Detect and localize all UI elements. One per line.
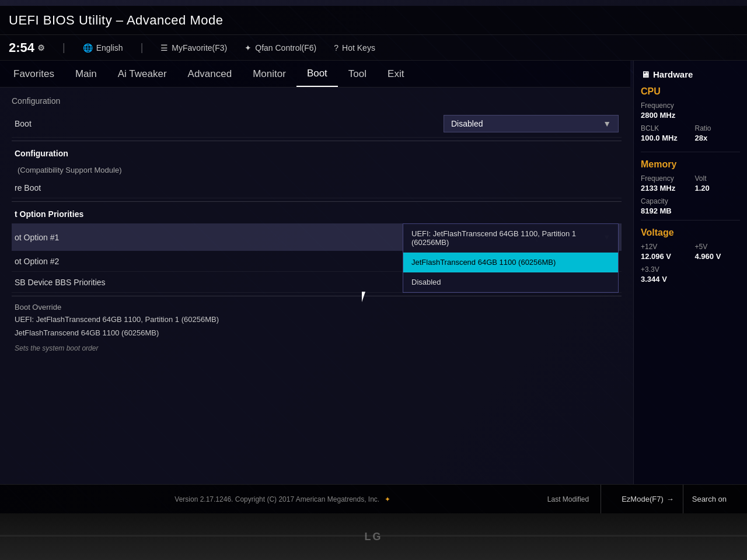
globe-icon: 🌐 — [83, 43, 93, 52]
monitor-brand: LG — [365, 531, 383, 543]
hotkeys-icon: ? — [334, 43, 338, 52]
hardware-panel: 🖥 Hardware CPU Frequency 2800 MHz BCLK 1… — [633, 61, 747, 484]
toolbar: 2:54 ⚙ | 🌐 English | ☰ MyFavorite(F3) ✦ … — [0, 35, 747, 61]
cpu-bclk-ratio-row: BCLK 100.0 MHz Ratio 28x — [641, 124, 740, 147]
cpu-ratio-label: Ratio — [695, 124, 741, 132]
version-text: Version 2.17.1246. Copyright (C) 2017 Am… — [174, 495, 379, 503]
dropdown-option-jetflash[interactable]: JetFlashTranscend 64GB 1100 (60256MB) — [403, 253, 618, 272]
cpu-section-title: CPU — [641, 86, 740, 97]
separator-2 — [12, 201, 622, 202]
mem-capacity-label: Capacity — [641, 197, 740, 205]
asus-icon: ✦ — [385, 495, 390, 503]
breadcrumb: Configuration — [12, 96, 622, 106]
monitor-border — [0, 535, 747, 537]
title-bar: UEFI BIOS Utility – Advanced Mode — [0, 6, 747, 35]
boot-option-1-label: ot Option #1 — [15, 233, 420, 242]
mem-capacity-value: 8192 MB — [641, 206, 740, 215]
mem-voltage-value: 1.20 — [695, 184, 741, 192]
toolbar-divider-2: | — [141, 41, 144, 54]
screen: UEFI BIOS Utility – Advanced Mode 2:54 ⚙… — [0, 6, 747, 513]
nav-item-boot[interactable]: Boot — [296, 61, 338, 87]
time-display: 2:54 ⚙ — [9, 40, 45, 55]
status-buttons: EzMode(F7) → Search on — [601, 485, 747, 513]
nav-item-main[interactable]: Main — [65, 61, 107, 87]
ezmode-label: EzMode(F7) — [622, 495, 664, 503]
separator-3 — [12, 296, 622, 296]
qfan-button[interactable]: ✦ Qfan Control(F6) — [245, 43, 316, 52]
myfavorite-icon: ☰ — [160, 43, 168, 52]
qfan-label: Qfan Control(F6) — [255, 43, 316, 52]
toolbar-divider-1: | — [62, 41, 65, 54]
hw-separator-1 — [641, 152, 740, 152]
boot-label: Boot — [15, 119, 444, 128]
cpu-bclk-col: BCLK 100.0 MHz — [641, 124, 686, 147]
boot-disabled-dropdown[interactable]: Disabled ▼ — [444, 115, 619, 132]
hint-text: Sets the system boot order — [12, 340, 622, 352]
ezmode-button[interactable]: EzMode(F7) → — [613, 485, 683, 513]
search-on-label: Search on — [692, 495, 727, 503]
v33-label: +3.3V — [641, 265, 740, 274]
monitor-frame: UEFI BIOS Utility – Advanced Mode 2:54 ⚙… — [0, 0, 747, 560]
secure-boot-label: re Boot — [15, 183, 619, 192]
hotkeys-label: Hot Keys — [342, 43, 375, 52]
mem-frequency-label: Frequency — [641, 174, 686, 183]
dropdown-arrow-icon: ▼ — [603, 119, 611, 128]
gear-icon: ⚙ — [37, 43, 45, 52]
nav-item-tool[interactable]: Tool — [338, 61, 377, 87]
mem-freq-volt-row: Frequency 2133 MHz Volt 1.20 — [641, 174, 740, 197]
voltage-section-title: Voltage — [641, 228, 740, 238]
main-content: Configuration Boot Disabled ▼ Configurat… — [0, 88, 633, 484]
cpu-ratio-col: Ratio 28x — [695, 124, 741, 147]
hotkeys-button[interactable]: ? Hot Keys — [334, 43, 375, 52]
v5-label: +5V — [695, 243, 741, 251]
version-info: Version 2.17.1246. Copyright (C) 2017 Am… — [0, 495, 536, 503]
boot-value-label: Disabled — [451, 119, 483, 128]
mem-frequency-value: 2133 MHz — [641, 184, 686, 192]
nav-menu: Favorites Main Ai Tweaker Advanced Monit… — [0, 61, 630, 88]
dropdown-option-disabled[interactable]: Disabled — [403, 272, 618, 292]
monitor-icon: 🖥 — [641, 69, 650, 79]
last-modified-label: Last Modified — [536, 495, 601, 503]
dropdown-option-uefi[interactable]: UEFI: JetFlashTranscend 64GB 1100, Parti… — [403, 224, 618, 253]
mem-frequency-col: Frequency 2133 MHz — [641, 174, 686, 197]
v5-col: +5V 4.960 V — [695, 243, 741, 265]
boot-device-uefi[interactable]: UEFI: JetFlashTranscend 64GB 1100, Parti… — [12, 313, 622, 326]
cpu-ratio-value: 28x — [695, 134, 741, 142]
ezmode-icon: → — [666, 495, 674, 503]
myfavorite-button[interactable]: ☰ MyFavorite(F3) — [160, 43, 227, 52]
monitor-stand: LG — [0, 513, 747, 560]
secure-boot-row: re Boot — [12, 177, 622, 198]
search-on-button[interactable]: Search on — [683, 485, 735, 513]
language-selector[interactable]: 🌐 English — [83, 43, 123, 52]
boot-override-label: Boot Override — [12, 299, 622, 313]
mem-voltage-label: Volt — [695, 174, 741, 183]
nav-item-advanced[interactable]: Advanced — [177, 61, 243, 87]
language-label: English — [96, 43, 123, 52]
myfavorite-label: MyFavorite(F3) — [172, 43, 227, 52]
boot-dropdown-popup: UEFI: JetFlashTranscend 64GB 1100, Parti… — [403, 223, 619, 293]
cpu-bclk-label: BCLK — [641, 124, 686, 132]
nav-item-ai-tweaker[interactable]: Ai Tweaker — [107, 61, 177, 87]
boot-priorities-header: t Option Priorities — [12, 205, 622, 223]
status-bar: Version 2.17.1246. Copyright (C) 2017 Am… — [0, 484, 747, 513]
boot-device-jetflash[interactable]: JetFlashTranscend 64GB 1100 (60256MB) — [12, 326, 622, 340]
nav-item-monitor[interactable]: Monitor — [242, 61, 296, 87]
boot-option-1-container: ot Option #1 JetFlashTranscend 64GB 1100… — [12, 223, 622, 251]
nav-item-exit[interactable]: Exit — [377, 61, 414, 87]
time-value: 2:54 — [9, 40, 34, 55]
qfan-icon: ✦ — [245, 43, 252, 52]
cpu-frequency-value: 2800 MHz — [641, 111, 740, 120]
bios-title: UEFI BIOS Utility – Advanced Mode — [9, 13, 223, 28]
v33-value: 3.344 V — [641, 275, 740, 284]
hardware-panel-title: 🖥 Hardware — [641, 69, 740, 79]
mem-voltage-col: Volt 1.20 — [695, 174, 741, 197]
nav-item-favorites[interactable]: Favorites — [3, 61, 65, 87]
cpu-frequency-label: Frequency — [641, 102, 740, 110]
memory-section-title: Memory — [641, 159, 740, 170]
v5-value: 4.960 V — [695, 252, 741, 261]
config-section-header: Configuration — [12, 144, 622, 163]
cpu-bclk-value: 100.0 MHz — [641, 134, 686, 142]
v12-col: +12V 12.096 V — [641, 243, 686, 265]
voltage-12v-5v-row: +12V 12.096 V +5V 4.960 V — [641, 243, 740, 265]
separator-1 — [12, 141, 622, 141]
